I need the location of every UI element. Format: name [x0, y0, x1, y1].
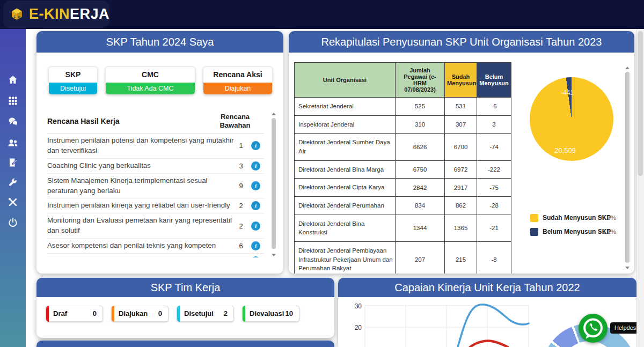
scroll-down-icon[interactable] — [625, 267, 630, 269]
chat-icon[interactable] — [8, 116, 18, 127]
list-item[interactable]: Monitoring dan Evaluasi pemetaan karir y… — [47, 213, 264, 239]
col-belum: Belum Menyusun — [477, 63, 511, 98]
table-row: Direktorat Jenderal Pembiayaan Infrastru… — [295, 242, 511, 274]
line-chart[interactable]: 30 20 — [342, 297, 541, 347]
top-bar: E K E-KINERJA — [0, 0, 644, 29]
cell: 525 — [396, 98, 445, 116]
status-bar — [243, 306, 245, 322]
svg-text:E: E — [13, 15, 16, 18]
status-bar — [177, 306, 180, 322]
item-text: Rencana Suksesi dan Manajemen Talenta ya… — [47, 256, 234, 257]
legend-row[interactable]: Belum Menyusun SKP -2.1% — [530, 226, 616, 240]
info-icon[interactable]: i — [251, 222, 260, 231]
page-scrollbar-thumb[interactable] — [638, 31, 643, 176]
ytick-30: 30 — [355, 302, 362, 310]
list-item[interactable]: Coaching Clinic yang berkualitas3i — [47, 159, 264, 174]
brand-primary: E-KIN — [29, 6, 70, 22]
status-label: Disetujui — [184, 309, 214, 318]
status-count: 2 — [224, 309, 228, 318]
info-icon[interactable]: i — [251, 181, 260, 190]
brand-secondary: ERJA — [70, 6, 109, 22]
scrollbar-thumb[interactable] — [272, 118, 276, 249]
info-icon[interactable]: i — [251, 201, 260, 210]
home-icon[interactable] — [8, 75, 18, 85]
rekapitulasi-title: Rekapitulasi Penyusunan SKP Unit Organis… — [289, 31, 634, 53]
document-edit-icon[interactable] — [8, 157, 18, 168]
status-label: Diajukan — [119, 309, 148, 318]
cmc-status-box[interactable]: CMC Tidak Ada CMC — [105, 67, 195, 95]
item-count: 2 — [234, 202, 248, 210]
info-icon[interactable]: i — [251, 241, 260, 250]
brand-text: E-KINERJA — [29, 6, 109, 23]
disetujui-status-box[interactable]: Disetujui 2 — [177, 306, 234, 322]
cell: 6750 — [396, 160, 445, 179]
status-label: Dievaluasi — [250, 309, 284, 318]
list-item[interactable]: Instrumen penilaian potensi dan kompeten… — [47, 134, 264, 159]
draf-status-box[interactable]: Draf 0 — [46, 306, 103, 322]
cell: Direktorat Jenderal Pembiayaan Infrastru… — [295, 242, 396, 274]
table-header-row: Unit Organisasi Jumlah Pegawai (e-HRM 07… — [295, 63, 511, 98]
diajukan-status-box[interactable]: Diajukan 0 — [111, 306, 169, 322]
col-sudah: Sudah Menyusun — [445, 63, 477, 98]
pie-slice-label-positive: 20,509 — [544, 146, 587, 154]
list-item[interactable]: Sistem Manajemen Kinerja terimplementasi… — [47, 174, 264, 199]
cell: Sekretariat Jenderal — [295, 98, 396, 116]
users-icon[interactable] — [8, 137, 18, 148]
item-count: 9 — [234, 182, 248, 190]
pie-legend: Sudah Menyusun SKP 97.9% Belum Menyusun … — [530, 212, 616, 240]
cell: Direktorat Jenderal Cipta Karya — [295, 179, 396, 197]
cmc-status-value: Tidak Ada CMC — [106, 83, 195, 94]
status-bar — [46, 306, 49, 322]
brand-logo[interactable]: E K E-KINERJA — [3, 1, 109, 28]
cell: 207 — [396, 242, 445, 274]
legend-row[interactable]: Sudah Menyusun SKP 97.9% — [530, 212, 616, 226]
list-item[interactable]: Rencana Suksesi dan Manajemen Talenta ya… — [47, 254, 264, 257]
cell: 2917 — [445, 179, 477, 197]
skp-status-box[interactable]: SKP Disetujui — [48, 67, 98, 95]
legend-percent: 97.9% — [598, 215, 616, 221]
dievaluasi-status-box[interactable]: Dievaluasi 10 — [242, 306, 299, 322]
rekapitulasi-body: Unit Organisasi Jumlah Pegawai (e-HRM 07… — [289, 53, 634, 274]
svg-text:K: K — [18, 15, 21, 18]
list-header-right: Rencana Bawahan — [216, 113, 254, 130]
info-icon[interactable]: i — [251, 161, 260, 171]
list-item[interactable]: Asesor kompetensi dan penilai teknis yan… — [47, 239, 264, 254]
rekap-scrollbar[interactable] — [625, 65, 630, 270]
table-row: Inspektorat Jenderal3103073 — [295, 115, 511, 134]
info-icon[interactable]: i — [251, 141, 260, 150]
tools-icon[interactable] — [8, 197, 18, 208]
cell: Direktorat Jenderal Sumber Daya Air — [295, 134, 396, 160]
rencana-aksi-tim-kerja-bar: Rencana Aksi Tim Kerja — [36, 341, 334, 347]
scroll-down-icon[interactable] — [272, 254, 276, 256]
dashboard-page: E K E-KINERJA — [0, 0, 644, 347]
legend-swatch-yellow — [530, 214, 538, 222]
cell: 862 — [445, 197, 477, 215]
rencana-aksi-status-box[interactable]: Rencana Aksi Diajukan — [203, 67, 273, 95]
scrollbar-thumb[interactable] — [625, 72, 630, 263]
power-icon[interactable] — [8, 217, 18, 228]
cell: 6972 — [445, 160, 477, 179]
list-header-left: Rencana Hasil Kerja — [47, 117, 120, 125]
series-red-line — [470, 341, 508, 347]
list-scrollbar[interactable] — [271, 112, 276, 257]
rekap-table: Unit Organisasi Jumlah Pegawai (e-HRM 07… — [294, 62, 511, 274]
skp-tim-kerja-title: SKP Tim Kerja — [36, 278, 334, 297]
item-count: 2 — [234, 222, 248, 230]
cell: -28 — [477, 197, 511, 215]
whatsapp-icon — [579, 314, 608, 343]
capaian-kinerja-title: Capaian Kinerja Unit Kerja Tahun 2022 — [338, 278, 636, 297]
col-jumlah: Jumlah Pegawai (e-HRM 07/08/2023) — [396, 63, 445, 98]
table-row: Direktorat Jenderal Perumahan834862-28 — [295, 197, 511, 215]
skp-status-label: SKP — [49, 67, 97, 83]
grid-icon[interactable] — [8, 95, 18, 106]
wrench-icon[interactable] — [8, 177, 18, 188]
skp-saya-card: SKP Tahun 2024 Saya SKP Disetujui CMC Ti… — [36, 31, 283, 274]
whatsapp-helpdesk-button[interactable] — [579, 314, 608, 343]
cell: -222 — [477, 160, 511, 179]
scroll-up-icon[interactable] — [272, 113, 276, 115]
skp-status-value: Disetujui — [49, 83, 97, 94]
info-icon[interactable]: i — [251, 256, 260, 257]
cell: Direktorat Jenderal Bina Marga — [295, 160, 396, 179]
list-item[interactable]: Instrumen penilaian kinerja yang reliabe… — [47, 198, 264, 213]
scroll-up-icon[interactable] — [625, 67, 630, 69]
